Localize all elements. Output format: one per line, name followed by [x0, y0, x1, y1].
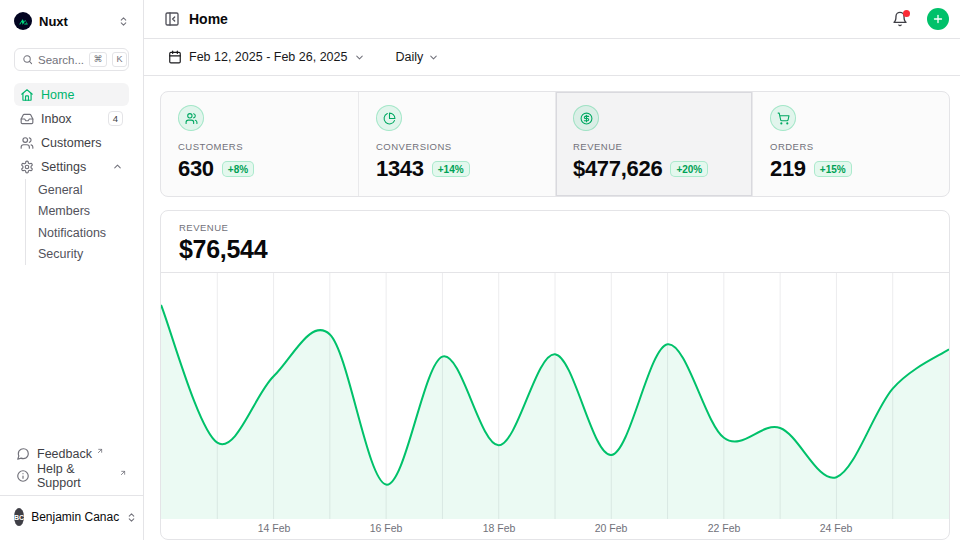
footer-link-label: Feedback — [37, 447, 92, 461]
stat-orders[interactable]: ORDERS 219 +15% — [752, 92, 949, 196]
search-icon — [22, 54, 33, 65]
main-area: Home Feb 12, 2025 - Feb 26, 2025 Daily — [144, 0, 960, 540]
chevron-down-icon — [354, 52, 365, 63]
stat-value: 630 — [178, 156, 214, 182]
footer-link-label: Help & Support — [37, 462, 115, 490]
stat-delta-badge: +14% — [432, 161, 470, 177]
user-name: Benjamin Canac — [31, 510, 119, 524]
sidebar-collapse-button[interactable] — [164, 11, 180, 27]
chat-bubble-icon — [16, 447, 30, 461]
stat-label: REVENUE — [573, 141, 735, 152]
sidebar-item-general[interactable]: General — [38, 179, 129, 201]
workspace-switcher[interactable]: Nuxt — [14, 11, 129, 31]
users-icon — [178, 105, 204, 131]
sidebar-item-label: Settings — [41, 160, 105, 174]
chart-x-axis: 14 Feb 16 Feb 18 Feb 20 Feb 22 Feb 24 Fe… — [161, 519, 949, 539]
stat-conversions[interactable]: CONVERSIONS 1343 +14% — [358, 92, 555, 196]
users-icon — [20, 136, 34, 150]
sidebar-item-security[interactable]: Security — [38, 244, 129, 266]
inbox-count-badge: 4 — [108, 111, 123, 126]
sidebar-spacer — [14, 265, 129, 443]
stat-delta-badge: +15% — [814, 161, 852, 177]
revenue-chart-card: REVENUE $76,544 14 Feb 16 Feb 18 Feb 20 … — [160, 210, 950, 540]
sidebar-item-label: Customers — [41, 136, 123, 150]
sidebar: Nuxt Search... ⌘ K Home — [0, 0, 144, 540]
search-input[interactable]: Search... ⌘ K — [14, 48, 129, 71]
add-button[interactable] — [927, 8, 949, 30]
date-range-value: Feb 12, 2025 - Feb 26, 2025 — [189, 50, 347, 64]
notification-dot — [903, 10, 910, 17]
sidebar-item-customers[interactable]: Customers — [14, 131, 129, 154]
granularity-value: Daily — [395, 50, 423, 64]
content: CUSTOMERS 630 +8% CONVERSIONS 1343 +14% — [144, 76, 960, 540]
stat-value: 1343 — [376, 156, 424, 182]
sidebar-item-label: Home — [41, 88, 123, 102]
notifications-button[interactable] — [892, 11, 908, 27]
stat-label: CUSTOMERS — [178, 141, 341, 152]
x-tick-label: 14 Feb — [258, 522, 291, 534]
stats-row: CUSTOMERS 630 +8% CONVERSIONS 1343 +14% — [160, 91, 950, 197]
nuxt-logo-icon — [14, 12, 32, 30]
chart-svg — [161, 273, 949, 519]
chart-kicker: REVENUE — [179, 222, 931, 233]
app-window: Nuxt Search... ⌘ K Home — [0, 0, 960, 540]
chevrons-up-down-icon — [118, 16, 129, 27]
x-tick-label: 16 Feb — [370, 522, 403, 534]
date-range-picker[interactable]: Feb 12, 2025 - Feb 26, 2025 — [168, 50, 365, 64]
chart-total-value: $76,544 — [179, 235, 931, 264]
sidebar-item-label: Inbox — [41, 112, 101, 126]
x-tick-label: 24 Feb — [820, 522, 853, 534]
granularity-select[interactable]: Daily — [395, 50, 439, 64]
topbar: Home — [144, 0, 960, 39]
workspace-name: Nuxt — [39, 14, 111, 29]
stat-label: ORDERS — [770, 141, 932, 152]
arrow-up-right-icon — [96, 447, 104, 455]
arrow-up-right-icon — [119, 469, 127, 477]
sidebar-item-settings[interactable]: Settings — [14, 155, 129, 178]
stat-label: CONVERSIONS — [376, 141, 538, 152]
settings-subnav: General Members Notifications Security — [25, 179, 129, 265]
calendar-icon — [168, 50, 182, 64]
sidebar-item-home[interactable]: Home — [14, 83, 129, 106]
x-tick-label: 20 Feb — [595, 522, 628, 534]
x-tick-label: 22 Feb — [708, 522, 741, 534]
stat-delta-badge: +8% — [222, 161, 254, 177]
avatar: BC — [14, 508, 24, 526]
help-support-link[interactable]: Help & Support — [14, 465, 129, 487]
kbd-k: K — [112, 52, 127, 67]
pie-chart-icon — [376, 105, 402, 131]
info-icon — [16, 469, 30, 483]
chevrons-up-down-icon — [126, 512, 137, 523]
sidebar-item-notifications[interactable]: Notifications — [38, 222, 129, 244]
stat-delta-badge: +20% — [670, 161, 708, 177]
page-title: Home — [189, 11, 883, 27]
filterbar: Feb 12, 2025 - Feb 26, 2025 Daily — [144, 39, 960, 76]
plus-icon — [932, 13, 944, 25]
dollar-circle-icon — [573, 105, 599, 131]
chevron-down-icon — [428, 52, 439, 63]
gear-icon — [20, 160, 34, 174]
sidebar-divider — [0, 495, 143, 496]
kbd-cmd: ⌘ — [89, 52, 107, 67]
revenue-area-chart[interactable] — [161, 273, 949, 519]
stat-value: $477,626 — [573, 156, 662, 182]
home-icon — [20, 88, 34, 102]
chevron-up-icon — [112, 161, 123, 172]
sidebar-item-members[interactable]: Members — [38, 201, 129, 223]
search-placeholder: Search... — [38, 54, 84, 66]
cart-icon — [770, 105, 796, 131]
user-menu[interactable]: BC Benjamin Canac — [14, 504, 129, 530]
sidebar-item-inbox[interactable]: Inbox 4 — [14, 107, 129, 130]
chart-header: REVENUE $76,544 — [161, 211, 949, 272]
sidebar-nav: Home Inbox 4 Customers Settings — [14, 83, 129, 265]
x-tick-label: 18 Feb — [483, 522, 516, 534]
stat-revenue[interactable]: REVENUE $477,626 +20% — [555, 92, 752, 196]
stat-customers[interactable]: CUSTOMERS 630 +8% — [161, 92, 358, 196]
stat-value: 219 — [770, 156, 806, 182]
inbox-icon — [20, 112, 34, 126]
